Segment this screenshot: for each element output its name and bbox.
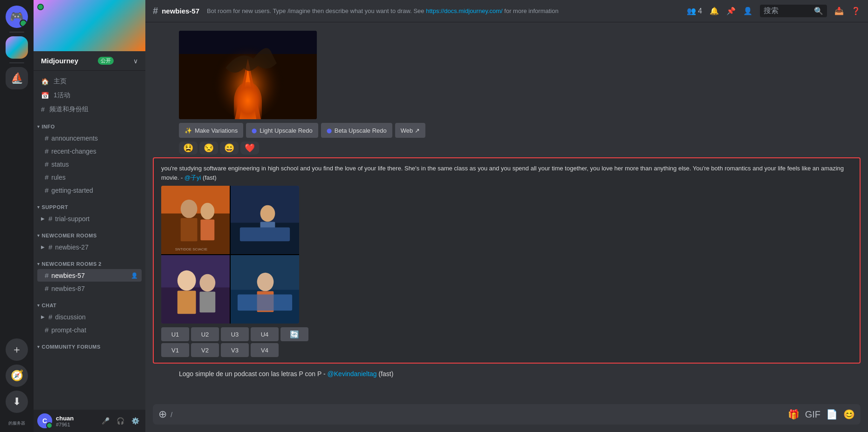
svg-point-25 [257, 273, 274, 291]
bullet-icon: ▶ [41, 216, 45, 221]
notify-icon: 👤 [131, 272, 138, 279]
group-header-info[interactable]: ▾ INFO [34, 116, 145, 131]
svg-rect-16 [240, 227, 290, 241]
mention[interactable]: @子yi [185, 174, 201, 181]
channel-label: newbies-57 [51, 272, 85, 279]
activity-icon: 📅 [41, 92, 49, 99]
chat-input-box: ⊕ 🎁 GIF 📄 😊 [153, 404, 861, 425]
cell1-svg: SNTIDOE SCIACIE [161, 186, 230, 254]
mute-icon[interactable]: 🔔 [710, 7, 719, 15]
make-variations-button[interactable]: ✨ Make Variations [179, 123, 243, 138]
server-name-bar[interactable]: Midjourney 公开 ∨ [34, 51, 145, 71]
description-text: Bot room for new users. Type /imagine th… [207, 7, 424, 14]
docs-link[interactable]: https://docs.midjourney.com/ [426, 7, 503, 14]
members-icon: 👥 [687, 7, 696, 15]
svg-rect-22 [199, 291, 215, 312]
search-box[interactable]: 搜索 🔍 [760, 5, 827, 17]
members-list-icon[interactable]: 👤 [743, 7, 752, 15]
channel-label: recent-changes [51, 148, 96, 155]
channel-discussion[interactable]: ▶ # discussion [37, 310, 142, 323]
hash-icon: # [45, 326, 48, 334]
channel-label: newbies-27 [55, 243, 89, 251]
bullet-icon: ▶ [41, 314, 45, 319]
nav-activity[interactable]: 📅 1活动 [34, 88, 145, 102]
collapse-icon: ▾ [37, 303, 40, 308]
u4-button[interactable]: U4 [251, 327, 279, 341]
web-button[interactable]: Web ↗ [395, 123, 426, 138]
v3-button[interactable]: V3 [221, 343, 249, 357]
channel-newbies-57[interactable]: # newbies-57 👤 [37, 269, 142, 282]
group-label: COMMUNITY FORUMS [42, 344, 101, 350]
logo-speed: (fast) [379, 370, 394, 378]
collapse-icon: ▾ [37, 233, 40, 238]
channel-newbies-27[interactable]: ▶ # newbies-27 [37, 241, 142, 253]
channel-getting-started[interactable]: # getting-started [37, 184, 142, 196]
hash-icon: # [48, 243, 52, 251]
chat-input[interactable] [171, 411, 784, 418]
group-header-chat[interactable]: ▾ CHAT [34, 295, 145, 310]
channel-rules[interactable]: # rules [37, 171, 142, 183]
icon-bar: 🎮 ⛵ ＋ 🧭 ⬇ 的服务器 [0, 0, 34, 432]
midjourney-server-icon[interactable] [6, 36, 28, 59]
u3-button[interactable]: U3 [221, 327, 249, 341]
v1-button[interactable]: V1 [161, 343, 189, 357]
channel-announcements[interactable]: # announcements [37, 132, 142, 144]
grid-cell-1: SNTIDOE SCIACIE [161, 186, 230, 254]
beta-upscale-redo-button[interactable]: ⬤ Beta Upscale Redo [321, 123, 392, 138]
sailboat-icon[interactable]: ⛵ [6, 67, 28, 89]
settings-button[interactable]: ⚙️ [129, 414, 142, 427]
reaction-heart[interactable]: ❤️ [240, 142, 259, 155]
group-header-newcomer-rooms-2[interactable]: ▾ NEWCOMER ROOMS 2 [34, 254, 145, 269]
channels-icon: # [41, 106, 45, 113]
inbox-icon[interactable]: 📥 [834, 7, 844, 15]
channel-label: status [51, 161, 68, 168]
gift-icon[interactable]: 🎁 [788, 409, 800, 420]
nav-home[interactable]: 🏠 主页 [34, 74, 145, 88]
v2-button[interactable]: V2 [191, 343, 219, 357]
deafen-button[interactable]: 🎧 [114, 414, 127, 427]
count-value: 4 [698, 7, 702, 15]
light-upscale-redo-button[interactable]: ⬤ Light Upscale Redo [246, 123, 318, 138]
reaction-unamused[interactable]: 😒 [199, 142, 218, 155]
emoji-icon[interactable]: 😊 [843, 409, 855, 420]
help-icon[interactable]: ❓ [851, 7, 861, 15]
pin-icon[interactable]: 📌 [726, 7, 736, 15]
reaction-grin[interactable]: 😄 [220, 142, 239, 155]
channel-trial-support[interactable]: ▶ # trial-support [37, 212, 142, 225]
channel-newbies-87[interactable]: # newbies-87 [37, 282, 142, 295]
channel-recent-changes[interactable]: # recent-changes [37, 145, 142, 157]
channel-status[interactable]: # status [37, 158, 142, 170]
svg-rect-20 [178, 290, 196, 314]
u2-button[interactable]: U2 [191, 327, 219, 341]
explore-icon[interactable]: 🧭 [6, 364, 28, 387]
group-label: NEWCOMER ROOMS 2 [42, 261, 102, 267]
channel-hash-icon: # [153, 6, 158, 16]
group-label-info: INFO [42, 124, 55, 129]
mute-button[interactable]: 🎤 [99, 414, 112, 427]
gif-icon[interactable]: GIF [805, 409, 820, 420]
reaction-tired[interactable]: 😫 [179, 142, 198, 155]
user-controls: 🎤 🎧 ⚙️ [99, 414, 142, 427]
make-variations-label: Make Variations [195, 127, 238, 134]
light-upscale-redo-label: Light Upscale Redo [260, 127, 312, 134]
u1-button[interactable]: U1 [161, 327, 189, 341]
sticker-icon[interactable]: 📄 [826, 409, 838, 420]
discord-home-icon[interactable]: 🎮 [6, 6, 28, 28]
v4-button[interactable]: V4 [251, 343, 279, 357]
nav-channels[interactable]: # 频道和身份组 [34, 102, 145, 116]
add-attachment-button[interactable]: ⊕ [158, 409, 167, 419]
hash-icon: # [45, 134, 48, 142]
top-icons: 👥 4 🔔 📌 👤 搜索 🔍 📥 ❓ [687, 5, 861, 17]
download-icon[interactable]: ⬇ [6, 391, 28, 413]
group-header-newcomer-rooms[interactable]: ▾ NEWCOMER ROOMS [34, 225, 145, 240]
refresh-button[interactable]: 🔄 [280, 327, 308, 341]
add-server-icon[interactable]: ＋ [6, 338, 28, 361]
svg-rect-8 [181, 218, 198, 242]
channel-label: trial-support [55, 215, 89, 223]
channel-prompt-chat[interactable]: # prompt-chat [37, 324, 142, 336]
logo-mention[interactable]: @Kevindanieltag [328, 370, 377, 378]
user-bar: C chuan #7961 🎤 🎧 ⚙️ [34, 410, 145, 432]
group-header-community-forums[interactable]: ▾ COMMUNITY FORUMS [34, 337, 145, 351]
group-header-support[interactable]: ▾ SUPPORT [34, 197, 145, 212]
blue-dot-icon: ⬤ [252, 128, 257, 133]
